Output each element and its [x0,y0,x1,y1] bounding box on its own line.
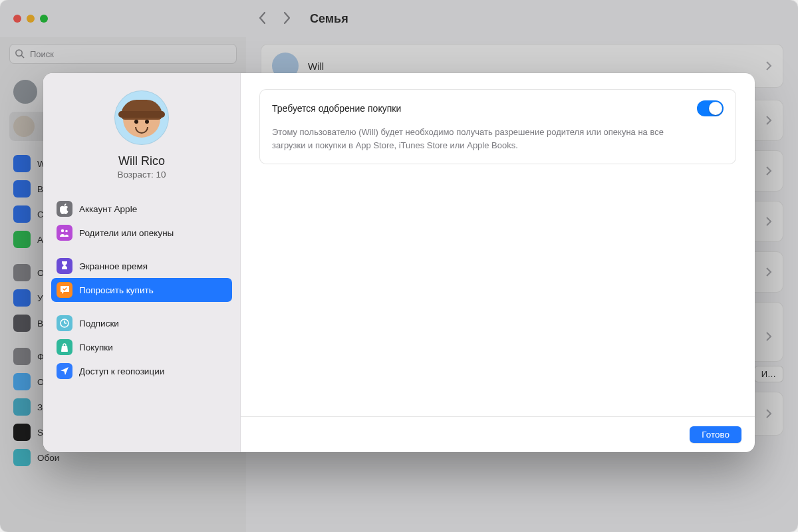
sidebar-item-label: Обои [37,453,59,463]
chevron-right-icon [765,331,772,342]
sidebar-item-icon [13,289,31,307]
sidebar-group-sharing: Подписки Покупки Доступ к геопозиции [51,311,232,383]
family-icon [13,116,35,137]
hourglass-icon [57,258,72,274]
sidebar-item-label: У [37,293,43,303]
sidebar-item-ask-to-buy[interactable]: Попросить купить [51,278,232,302]
chevron-right-icon [765,61,772,71]
svg-point-2 [61,229,64,232]
setting-title: Требуется одобрение покупки [272,103,401,114]
modal-main-pane: Требуется одобрение покупки Этому пользо… [241,73,755,452]
apple-icon [57,201,72,217]
subscriptions-icon [57,315,72,331]
sidebar-item-icon [13,398,31,416]
sidebar-item-label: В [37,319,43,329]
system-settings-window: WBСAОУВФОЗаставкаSiriОбои Семья Will [0,0,798,532]
chevron-right-icon [765,408,772,419]
toggle-knob [709,102,722,115]
modal-sidebar: Will Rico Возраст: 10 Аккаунт Apple Роди… [43,73,241,452]
search-icon [15,49,25,59]
sidebar-item-icon [13,155,31,172]
sidebar-item-label: Аккаунт Apple [79,204,137,214]
sidebar-item-location[interactable]: Доступ к геопозиции [51,359,232,383]
sidebar-item-icon [13,373,31,390]
modal-content: Требуется одобрение покупки Этому пользо… [241,73,755,416]
chevron-right-icon [765,166,772,176]
chevron-right-icon [765,267,772,277]
sidebar-item-label: Попросить купить [79,285,154,295]
sidebar-item-subscriptions[interactable]: Подписки [51,311,232,335]
svg-line-1 [21,55,24,58]
sidebar-item-label: Родители или опекуны [79,228,174,238]
family-member-modal: Will Rico Возраст: 10 Аккаунт Apple Роди… [43,73,755,452]
sidebar-item-icon [13,424,31,441]
sidebar-item-icon [13,315,31,332]
svg-point-3 [65,230,68,233]
sidebar-item-label: Экранное время [79,261,148,271]
sidebar-item-icon [13,264,31,281]
chevron-right-icon [765,115,772,126]
chevron-right-icon [765,216,772,227]
done-button[interactable]: Готово [690,426,741,443]
main-header: Семья [246,0,798,37]
search-field-wrapper [9,44,237,64]
chat-check-icon [57,282,72,298]
profile-header: Will Rico Возраст: 10 [51,90,232,180]
sidebar-item-purchases[interactable]: Покупки [51,335,232,359]
ask-to-buy-setting: Требуется одобрение покупки Этому пользо… [259,89,736,164]
sidebar-item-screen-time[interactable]: Экранное время [51,254,232,278]
sidebar-item-label: A [37,235,43,245]
profile-age: Возраст: 10 [117,170,166,180]
sidebar-item-icon [13,205,31,223]
location-icon [57,363,72,379]
search-input[interactable] [9,44,237,64]
sidebar-item-label: Подписки [79,319,119,329]
nav-forward-button[interactable] [282,11,297,26]
avatar [13,80,37,104]
profile-avatar [114,90,169,145]
sidebar-group-controls: Экранное время Попросить купить [51,254,232,302]
minimize-window-button[interactable] [27,15,35,23]
traffic-lights [13,15,48,23]
svg-point-0 [16,50,22,56]
sidebar-item-label: Покупки [79,342,113,352]
sidebar-item-label: Доступ к геопозиции [79,366,164,376]
nav-back-button[interactable] [258,11,273,26]
sidebar-item-icon [13,231,31,248]
sidebar-group-account: Аккаунт Apple Родители или опекуны [51,197,232,245]
require-approval-toggle[interactable] [697,100,724,116]
modal-footer: Готово [241,416,755,452]
page-title: Семья [310,12,348,26]
setting-header: Требуется одобрение покупки [272,100,724,116]
close-window-button[interactable] [13,15,21,23]
sidebar-item-label: B [37,184,43,194]
sidebar-item-parents[interactable]: Родители или опекуны [51,221,232,245]
sidebar-item-icon [13,180,31,198]
sidebar-item-apple-account[interactable]: Аккаунт Apple [51,197,232,221]
maximize-window-button[interactable] [40,15,48,23]
bag-icon [57,339,72,355]
sidebar-item-icon [13,449,31,466]
member-name: Will [308,61,324,72]
sidebar-item-icon [13,348,31,365]
parents-icon [57,225,72,241]
profile-name: Will Rico [118,154,165,168]
more-button[interactable]: И… [754,366,783,382]
setting-description: Этому пользователю (Will) будет необходи… [272,126,698,152]
